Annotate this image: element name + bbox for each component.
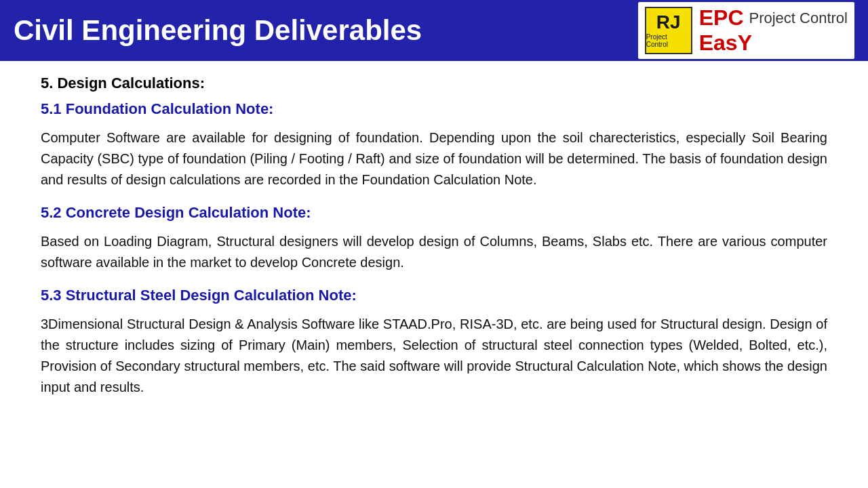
rj-text: RJ (656, 13, 681, 32)
easy-row: EasY (699, 30, 848, 56)
section53-heading: 5.3 Structural Steel Design Calculation … (41, 287, 827, 304)
section51-heading: 5.1 Foundation Calculation Note: (41, 100, 827, 118)
project-control-text: Project Control (749, 9, 848, 27)
page-title: Civil Engineering Deliverables (14, 14, 422, 47)
epc-text-area: EPC Project Control EasY (699, 5, 848, 56)
rj-sub-text: Project Control (646, 33, 691, 48)
section53-text: 3Dimensional Structural Design & Analysi… (41, 314, 827, 398)
section52-heading: 5.2 Concrete Design Calculation Note: (41, 204, 827, 222)
section52-text: Based on Loading Diagram, Structural des… (41, 231, 827, 273)
section51-text: Computer Software are available for desi… (41, 127, 827, 190)
main-content: 5. Design Calculations: 5.1 Foundation C… (0, 61, 868, 425)
rj-logo-box: RJ Project Control (645, 7, 692, 54)
header: Civil Engineering Deliverables RJ Projec… (0, 0, 868, 61)
easy-label: EasY (699, 30, 752, 56)
logo-area: RJ Project Control EPC Project Control E… (638, 2, 854, 59)
epc-row1: EPC Project Control (699, 5, 848, 30)
epc-label: EPC (699, 5, 744, 30)
section5-heading: 5. Design Calculations: (41, 75, 827, 92)
